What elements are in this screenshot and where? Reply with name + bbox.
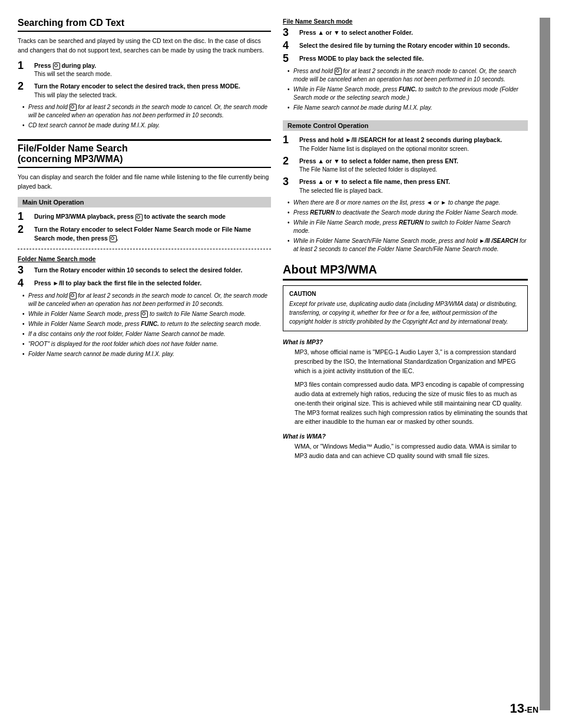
step-item: 1 During MP3/WMA playback, press to acti… [18, 212, 271, 222]
bullet-item: Folder Name search cannot be made during… [22, 350, 271, 358]
step-number: 4 [18, 278, 31, 288]
what-wma-text: WMA, or "Windows Media™ Audio," is compr… [283, 442, 528, 461]
folder-name-label: Folder Name Search mode [18, 255, 271, 262]
step-main: Press and hold ►/II /SEARCH for at least… [299, 136, 528, 144]
about-mp3-title: About MP3/WMA [283, 263, 528, 281]
step-sub: This will play the selected track. [34, 91, 271, 100]
step-item: 1 Press during play. This will set the s… [18, 61, 271, 79]
section-cd-text-intro: Tracks can be searched and played by usi… [18, 37, 271, 55]
step-item: 1 Press and hold ►/II /SEARCH for at lea… [283, 136, 528, 153]
left-column: Searching from CD Text Tracks can be sea… [18, 18, 271, 710]
step-sub: The File Name list of the selected folde… [299, 166, 528, 174]
what-wma-heading: What is WMA? [283, 433, 528, 440]
step-item: 3 Press or to select another Folder. [283, 28, 528, 38]
cd-text-steps: 1 Press during play. This will set the s… [18, 61, 271, 100]
search-icon [70, 104, 77, 111]
right-sidebar-bar [540, 18, 550, 710]
step-main: Select the desired file by turning the R… [299, 41, 528, 50]
bullet-item: While in Folder Name Search mode, press … [22, 310, 271, 318]
bullet-item: While in File Name Search mode, press RE… [287, 219, 528, 235]
bullet-item: "ROOT" is displayed for the root folder … [22, 340, 271, 348]
step-main: Press or to select another Folder. [299, 28, 528, 37]
step-content: Turn the Rotary encoder within 10 second… [34, 266, 271, 275]
step-number: 2 [283, 156, 296, 166]
step-main: Press ►/II to play back the first file i… [34, 279, 271, 288]
step-sub: This will set the search mode. [34, 70, 271, 78]
search-icon [335, 68, 342, 75]
step-item: 4 Press ►/II to play back the first file… [18, 279, 271, 288]
search-icon [135, 214, 143, 221]
remote-control-bullets: When there are 8 or more names on the li… [287, 199, 528, 253]
search-icon [53, 62, 60, 70]
step-content: Press during play. This will set the sea… [34, 61, 271, 79]
file-name-bullets: Press and hold for at least 2 seconds in… [287, 67, 528, 112]
remote-control-header: Remote Control Operation [283, 120, 528, 131]
step-main: Press or to select a folder name, then p… [299, 157, 528, 166]
step-content: Press or to select a folder name, then p… [299, 157, 528, 174]
what-mp3-heading: What is MP3? [283, 338, 528, 345]
step-sub: The Folder Name list is displayed on the… [299, 145, 528, 153]
bullet-item: While in Folder Name Search/File Name Se… [287, 237, 528, 253]
step-number: 4 [283, 40, 296, 51]
caution-box: CAUTION Except for private use, duplicat… [283, 285, 528, 331]
step-main: Turn the Rotary encoder to select the de… [34, 82, 271, 91]
caution-title: CAUTION [289, 291, 521, 297]
search-icon [141, 311, 148, 318]
step-number: 3 [18, 265, 31, 275]
what-mp3-text1: MP3, whose official name is "MPEG-1 Audi… [283, 348, 528, 375]
main-unit-steps: 1 During MP3/WMA playback, press to acti… [18, 212, 271, 242]
step-main: Press MODE to play back the selected fil… [299, 54, 528, 63]
search-icon [70, 292, 77, 299]
section-file-folder-intro: You can display and search the folder an… [18, 173, 271, 192]
step-item: 2 Turn the Rotary encoder to select the … [18, 82, 271, 100]
bullet-item: When there are 8 or more names on the li… [287, 199, 528, 207]
section-cd-text: Searching from CD Text Tracks can be sea… [18, 18, 271, 130]
step-number: 3 [283, 176, 296, 187]
bullet-item: While in File Name Search mode, press FU… [287, 85, 528, 102]
divider [18, 249, 271, 249]
step-main: Turn the Rotary encoder to select Folder… [34, 225, 271, 242]
page: Searching from CD Text Tracks can be sea… [0, 0, 562, 728]
right-column: File Name Search mode 3 Press or to sele… [283, 18, 528, 710]
section-remote-control: Remote Control Operation 1 Press and hol… [283, 120, 528, 253]
bullet-item: Press and hold for at least 2 seconds in… [287, 67, 528, 84]
bullet-item: While in Folder Name Search mode, press … [22, 320, 271, 328]
step-main: Press during play. [34, 61, 271, 70]
step-main: Turn the Rotary encoder within 10 second… [34, 266, 271, 275]
main-content: Searching from CD Text Tracks can be sea… [0, 0, 562, 728]
bullet-item: Press and hold for at least 2 seconds in… [22, 292, 271, 308]
what-mp3-text2: MP3 files contain compressed audio data.… [283, 380, 528, 427]
step-item: 3 Turn the Rotary encoder within 10 seco… [18, 266, 271, 275]
folder-name-steps: 3 Turn the Rotary encoder within 10 seco… [18, 266, 271, 288]
step-content: Press ►/II to play back the first file i… [34, 279, 271, 288]
step-content: Press or to select another Folder. [299, 28, 528, 37]
step-content: Press and hold ►/II /SEARCH for at least… [299, 136, 528, 153]
step-content: Turn the Rotary encoder to select Folder… [34, 225, 271, 242]
step-sub: The selected file is played back. [299, 187, 528, 195]
step-content: Press or to select a file name, then pre… [299, 177, 528, 195]
step-item: 4 Select the desired file by turning the… [283, 41, 528, 51]
step-content: Press MODE to play back the selected fil… [299, 54, 528, 63]
folder-name-bullets: Press and hold for at least 2 seconds in… [22, 292, 271, 358]
step-number: 2 [18, 81, 31, 91]
section-about-mp3: About MP3/WMA CAUTION Except for private… [283, 263, 528, 461]
step-number: 3 [283, 27, 296, 38]
bullet-item: File Name search cannot be made during M… [287, 104, 528, 112]
bullet-item: Press and hold for at least 2 seconds in… [22, 103, 271, 120]
step-number: 5 [283, 53, 296, 64]
section-file-folder-title: File/Folder Name Search(concerning MP3/W… [18, 139, 271, 168]
bullet-item: Press RETURN to deactivate the Search mo… [287, 209, 528, 217]
step-number: 1 [18, 60, 31, 71]
step-item: 3 Press or to select a file name, then p… [283, 177, 528, 195]
remote-control-steps: 1 Press and hold ►/II /SEARCH for at lea… [283, 136, 528, 195]
step-item: 2 Press or to select a folder name, then… [283, 157, 528, 174]
step-content: Select the desired file by turning the R… [299, 41, 528, 50]
section-file-folder: File/Folder Name Search(concerning MP3/W… [18, 139, 271, 358]
bullet-item: CD text search cannot be made during M.I… [22, 121, 271, 130]
search-icon [110, 235, 117, 242]
section-cd-text-title: Searching from CD Text [18, 18, 271, 32]
caution-text: Except for private use, duplicating audi… [289, 299, 521, 326]
step-content: During MP3/WMA playback, press to activa… [34, 212, 271, 221]
file-name-label: File Name Search mode [283, 18, 528, 25]
step-item: 5 Press MODE to play back the selected f… [283, 54, 528, 64]
